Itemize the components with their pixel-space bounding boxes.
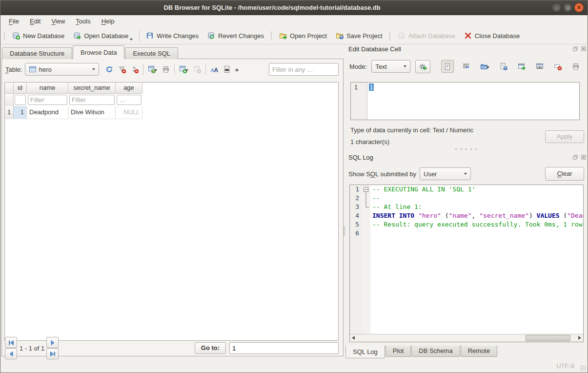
print-cell-button[interactable] xyxy=(570,61,582,72)
close-database-button[interactable]: Close Database xyxy=(460,29,525,42)
mode-selector[interactable]: Text xyxy=(371,60,410,73)
row-header[interactable]: 1 xyxy=(5,106,14,119)
sql-log-line: 5-- Result: query executed successfully.… xyxy=(350,220,583,229)
sql-log-editor[interactable]: 1-- EXECUTING ALL IN 'SQL 1'2--3-- At li… xyxy=(349,185,584,342)
tab-remote[interactable]: Remote xyxy=(461,346,498,357)
sql-log-controls: Show SQL submitted by User Clear xyxy=(348,166,585,181)
right-panel: •••• Edit Database Cell Mode: Text 1 1 T… xyxy=(345,44,588,359)
filter-age-input[interactable] xyxy=(117,95,142,105)
open-project-button[interactable]: Open Project xyxy=(275,29,331,42)
data-grid: id name secret_name age 1 1 Deadpond Di xyxy=(4,82,339,341)
float-icon[interactable] xyxy=(572,46,578,52)
cell-editor[interactable]: 1 1 xyxy=(350,82,580,120)
goto-input[interactable] xyxy=(229,342,339,354)
sql-code: INSERT INTO "hero" ("name", "secret_name… xyxy=(370,211,583,220)
toolbar-button-label: Close Database xyxy=(475,32,520,40)
header-name[interactable]: name xyxy=(27,83,68,94)
scrollbar-thumb[interactable] xyxy=(526,335,570,341)
minimize-button[interactable]: – xyxy=(552,3,561,12)
cell-secret-name[interactable]: Dive Wilson xyxy=(68,106,116,119)
panel-splitter[interactable]: •••• xyxy=(343,226,346,236)
menu-file[interactable]: File xyxy=(3,15,24,27)
filter-id-input[interactable] xyxy=(15,95,26,105)
first-page-button[interactable] xyxy=(5,337,17,348)
header-secret-name[interactable]: secret_name xyxy=(68,83,116,94)
export-table-button[interactable] xyxy=(145,64,160,75)
filter-corner xyxy=(5,94,14,106)
delete-record-icon xyxy=(193,65,201,73)
next-page-button[interactable] xyxy=(46,337,59,348)
open-database-button[interactable]: Open Database xyxy=(69,29,137,42)
menu-tools[interactable]: Tools xyxy=(70,15,96,27)
insert-record-button[interactable] xyxy=(177,64,191,75)
main-tab-bar: Database Structure Browse Data Execute S… xyxy=(2,45,179,59)
gear-icon xyxy=(419,62,427,70)
tab-db-schema[interactable]: DB Schema xyxy=(411,346,460,357)
apply-button[interactable]: Apply xyxy=(545,130,584,143)
write-changes-button[interactable]: Write Changes xyxy=(142,29,203,42)
table-row: 1 1 Deadpond Dive Wilson NULL xyxy=(5,106,338,119)
text-mode-button[interactable] xyxy=(441,60,454,73)
tab-execute-sql[interactable]: Execute SQL xyxy=(125,47,178,59)
goto-button[interactable]: Go to: xyxy=(195,342,226,354)
sql-log-line: 3-- At line 1: xyxy=(350,203,583,211)
cell-editor-line-number: 1 xyxy=(351,83,367,120)
filter-name-input[interactable] xyxy=(28,95,67,105)
open-in-external-button[interactable] xyxy=(516,61,527,72)
menu-help[interactable]: Help xyxy=(96,15,120,27)
previous-page-button[interactable] xyxy=(5,348,17,359)
menu-edit[interactable]: Edit xyxy=(24,15,46,27)
find-in-table-button[interactable] xyxy=(221,64,233,75)
scroll-right-icon[interactable] xyxy=(578,336,581,340)
toolbar-separator xyxy=(143,63,143,75)
last-page-button[interactable] xyxy=(46,348,59,359)
edit-display-format-button[interactable]: AA xyxy=(208,64,221,75)
scroll-left-icon[interactable] xyxy=(352,336,355,340)
copy-link-button[interactable] xyxy=(534,61,546,72)
print-table-button[interactable] xyxy=(160,64,172,75)
filter-any-input[interactable] xyxy=(269,63,339,76)
cell-name[interactable]: Deadpond xyxy=(27,106,68,119)
dock-close-icon[interactable] xyxy=(581,154,587,160)
set-null-button[interactable] xyxy=(552,61,564,72)
horizontal-scrollbar[interactable] xyxy=(350,334,583,342)
new-database-button[interactable]: New Database xyxy=(8,29,69,42)
close-button[interactable]: ✕ xyxy=(574,3,584,12)
save-project-button[interactable]: Save Project xyxy=(331,29,387,42)
clear-sorting-button[interactable] xyxy=(128,64,141,75)
grid-header-row: id name secret_name age xyxy=(5,83,338,94)
export-data-button[interactable] xyxy=(498,61,509,72)
link-icon xyxy=(536,62,544,70)
refresh-table-button[interactable] xyxy=(103,64,116,75)
float-icon[interactable] xyxy=(572,154,578,160)
resize-grip[interactable] xyxy=(580,365,586,371)
auto-apply-button[interactable] xyxy=(415,60,430,73)
menu-view[interactable]: View xyxy=(46,15,70,27)
tab-database-structure[interactable]: Database Structure xyxy=(2,47,72,59)
import-data-button[interactable] xyxy=(478,61,491,72)
header-id[interactable]: id xyxy=(14,83,27,94)
table-selector[interactable]: hero xyxy=(25,63,99,76)
toolbar-button-label: New Database xyxy=(23,32,64,40)
filter-secret-name-input[interactable] xyxy=(69,95,115,105)
refresh-icon xyxy=(105,65,113,73)
sql-source-selector[interactable]: User xyxy=(420,167,471,180)
clear-button[interactable]: Clear xyxy=(545,167,584,181)
mode-label: Mode: xyxy=(349,63,367,70)
header-age[interactable]: age xyxy=(116,83,142,94)
clear-filters-button[interactable] xyxy=(116,64,128,75)
maximize-button[interactable] xyxy=(563,3,572,12)
tab-sql-log[interactable]: SQL Log xyxy=(345,346,385,358)
tab-plot[interactable]: Plot xyxy=(385,346,411,357)
tab-browse-data[interactable]: Browse Data xyxy=(73,45,124,59)
word-wrap-button[interactable] xyxy=(460,61,472,72)
dock-close-icon[interactable] xyxy=(581,46,587,52)
dock-splitter[interactable]: • • • • • xyxy=(345,148,588,151)
revert-changes-button[interactable]: Revert Changes xyxy=(203,29,268,42)
cell-age[interactable]: NULL xyxy=(116,106,142,119)
fold-marker-icon[interactable] xyxy=(362,185,370,194)
cell-id[interactable]: 1 xyxy=(14,106,27,119)
sql-code: -- EXECUTING ALL IN 'SQL 1' xyxy=(370,185,583,194)
fold-marker-icon xyxy=(362,203,370,211)
overflow-chevron-icon[interactable]: » xyxy=(235,66,239,73)
